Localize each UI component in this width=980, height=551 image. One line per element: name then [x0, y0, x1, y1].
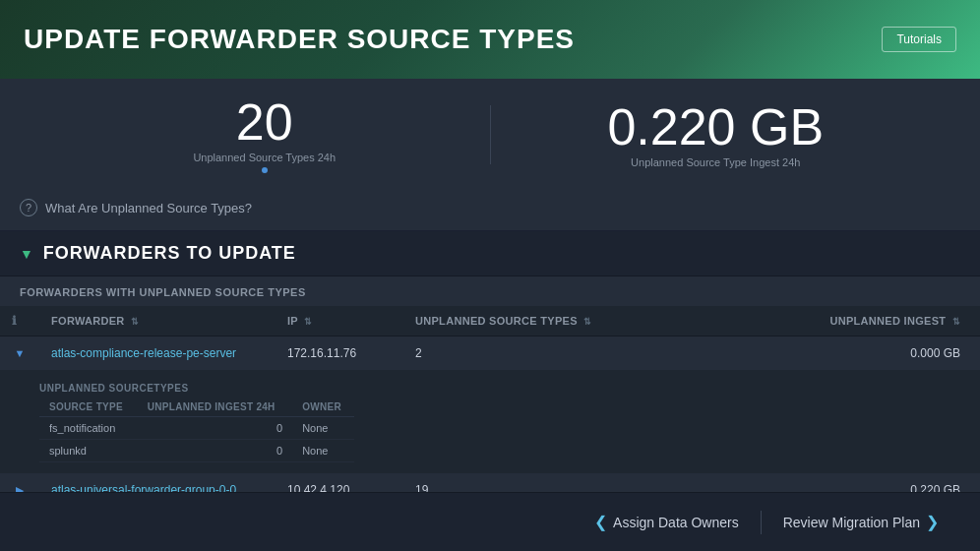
- sub-table-row: fs_notification 0 None: [39, 417, 354, 440]
- ingest-sort-icon: ⇅: [952, 317, 960, 327]
- info-icon: ℹ: [12, 314, 17, 328]
- sub-table-row: splunkd 0 None: [39, 440, 354, 462]
- unplanned-sort-icon: ⇅: [583, 317, 591, 327]
- stats-row: 20 Unplanned Source Types 24h 0.220 GB U…: [0, 79, 980, 191]
- stat-dot-source-types: [262, 167, 268, 173]
- owner-cell: None: [292, 417, 354, 440]
- forwarders-table: ℹ Forwarder ⇅ IP ⇅ Unplanned Source Type…: [0, 306, 980, 508]
- ingest-24h-cell: 0: [138, 440, 292, 462]
- th-ip[interactable]: IP ⇅: [276, 306, 403, 337]
- sub-header-row: SOURCE TYPEUNPLANNED INGEST 24HOWNER: [39, 398, 354, 417]
- owner-cell: None: [292, 440, 354, 462]
- source-type-cell: fs_notification: [39, 417, 138, 440]
- help-text[interactable]: What Are Unplanned Source Types?: [45, 201, 252, 215]
- sub-th: UNPLANNED INGEST 24H: [138, 398, 292, 417]
- stat-value-source-types: 20: [39, 96, 490, 148]
- forwarder-name: atlas-compliance-release-pe-server: [51, 346, 236, 360]
- table-subtitle: FORWARDERS WITH UNPLANNED SOURCE TYPES: [0, 276, 980, 306]
- stat-label-source-types: Unplanned Source Types 24h: [39, 152, 490, 163]
- section-title: FORWARDERS TO UPDATE: [43, 243, 296, 264]
- ingest-24h-cell: 0: [138, 417, 292, 440]
- section-header[interactable]: ▼ FORWARDERS TO UPDATE: [0, 231, 980, 276]
- ip-sort-icon: ⇅: [304, 317, 312, 327]
- help-icon[interactable]: ?: [20, 199, 37, 216]
- stat-label-ingest: Unplanned Source Type Ingest 24h: [491, 156, 942, 168]
- left-arrow-icon: ❮: [594, 513, 607, 531]
- sub-th: OWNER: [292, 398, 354, 417]
- footer-nav: ❮ Assign Data Owners Review Migration Pl…: [0, 492, 980, 551]
- expanded-cell: UNPLANNED SOURCETYPES SOURCE TYPEUNPLANN…: [0, 371, 980, 473]
- source-type-cell: splunkd: [39, 440, 138, 462]
- assign-data-owners-button[interactable]: ❮ Assign Data Owners: [577, 505, 757, 539]
- ip-cell: 172.16.11.76: [276, 337, 403, 371]
- table-row[interactable]: ▼ atlas-compliance-release-pe-server 172…: [0, 337, 980, 371]
- stat-value-ingest: 0.220 GB: [491, 101, 942, 153]
- stat-block-source-types: 20 Unplanned Source Types 24h: [39, 96, 490, 173]
- tutorials-button[interactable]: Tutorials: [882, 27, 956, 52]
- expand-button[interactable]: ▼: [12, 347, 28, 359]
- th-info: ℹ: [0, 306, 39, 337]
- th-forwarder[interactable]: Forwarder ⇅: [39, 306, 276, 337]
- section-chevron-icon: ▼: [20, 246, 33, 262]
- help-row: ? What Are Unplanned Source Types?: [0, 191, 980, 231]
- table-header-row: ℹ Forwarder ⇅ IP ⇅ Unplanned Source Type…: [0, 306, 980, 337]
- ingest-cell: 0.000 GB: [604, 337, 980, 371]
- page-header: UPDATE FORWARDER SOURCE TYPES Tutorials: [0, 0, 980, 79]
- unplanned-count-cell: 2: [403, 337, 604, 371]
- right-arrow-icon: ❯: [926, 513, 939, 531]
- sub-table-wrapper: UNPLANNED SOURCETYPES SOURCE TYPEUNPLANN…: [0, 371, 980, 472]
- nav-divider: [761, 511, 762, 534]
- review-migration-plan-button[interactable]: Review Migration Plan ❯: [766, 505, 956, 539]
- stat-block-ingest: 0.220 GB Unplanned Source Type Ingest 24…: [491, 101, 942, 168]
- table-section: FORWARDERS WITH UNPLANNED SOURCE TYPES ℹ…: [0, 276, 980, 508]
- sub-th: SOURCE TYPE: [39, 398, 138, 417]
- th-unplanned[interactable]: Unplanned Source Types ⇅: [403, 306, 604, 337]
- sub-table: SOURCE TYPEUNPLANNED INGEST 24HOWNER fs_…: [39, 398, 354, 462]
- expanded-row: UNPLANNED SOURCETYPES SOURCE TYPEUNPLANN…: [0, 371, 980, 473]
- forwarder-sort-icon: ⇅: [131, 317, 139, 327]
- sub-table-title: UNPLANNED SOURCETYPES: [39, 377, 960, 398]
- page-title: UPDATE FORWARDER SOURCE TYPES: [24, 24, 575, 55]
- th-ingest[interactable]: Unplanned Ingest ⇅: [604, 306, 980, 337]
